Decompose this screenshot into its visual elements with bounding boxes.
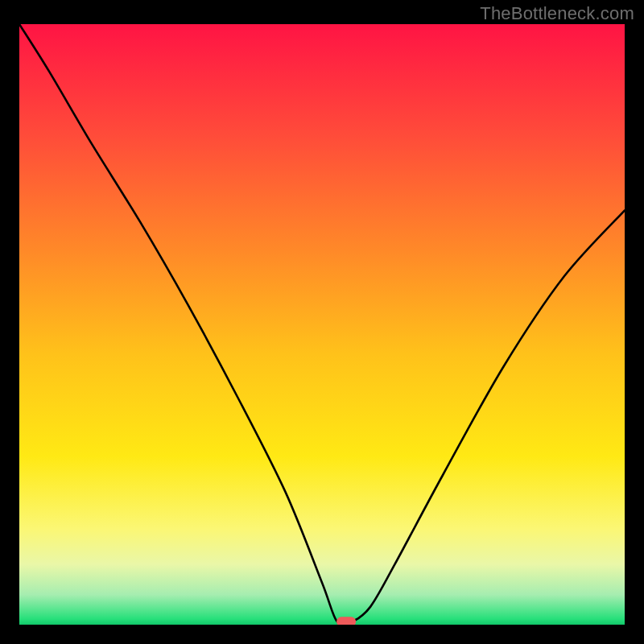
chart-frame: TheBottleneck.com	[0, 0, 644, 644]
plot-area	[19, 24, 625, 625]
watermark-text: TheBottleneck.com	[480, 3, 634, 24]
optimal-marker	[336, 617, 356, 625]
gradient-background	[19, 24, 625, 625]
chart-svg	[19, 24, 625, 625]
